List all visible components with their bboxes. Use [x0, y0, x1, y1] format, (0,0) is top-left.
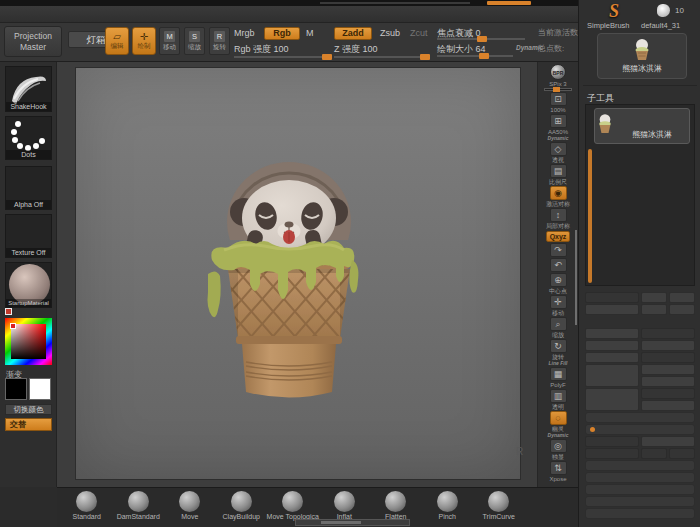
bottom-partial-slider[interactable] [295, 519, 410, 526]
merge-similar-button[interactable] [641, 436, 695, 447]
rotate-mode-button[interactable]: R 旋转 [209, 27, 230, 55]
pan-view-button[interactable]: ✛ 移动 [538, 295, 578, 316]
ghost-button[interactable]: ◌ 幽灵 [538, 411, 578, 432]
zsub-button[interactable]: Zsub [380, 28, 400, 38]
secondary-color-swatch[interactable] [29, 378, 51, 400]
main-color-swatch[interactable] [5, 378, 27, 400]
brush-preset[interactable]: Move [164, 491, 216, 527]
draw-mode-button[interactable]: ✛ 绘制 [132, 27, 156, 55]
polyframe-button[interactable]: Line Fill ▦ PolyF [538, 361, 578, 388]
saturation-square[interactable] [11, 324, 46, 359]
brush-preset[interactable]: Pinch [422, 491, 474, 527]
shift-up-button[interactable] [641, 304, 667, 315]
mrgb-button[interactable]: Mrgb [234, 28, 255, 38]
duplicate-button[interactable] [585, 364, 639, 387]
qxyz-button[interactable]: Qxyz [538, 230, 578, 242]
color-picker[interactable] [5, 318, 52, 365]
actual-size-button[interactable]: ⊡ 100% [538, 92, 578, 113]
frame-center-button[interactable]: ⊕ 中心点 [538, 273, 578, 294]
alternate-button[interactable]: 交替 [5, 418, 52, 431]
boolean-section[interactable] [585, 460, 695, 471]
current-stroke-thumb[interactable]: Dots [5, 116, 52, 160]
split-section[interactable] [585, 412, 695, 423]
sculpt-canvas[interactable]: R [57, 62, 537, 487]
current-brush-thumb[interactable]: SnakeHook [5, 66, 52, 112]
auto-reorder-button[interactable] [641, 328, 695, 339]
zoom-view-button[interactable]: ⌕ 缩放 [538, 317, 578, 338]
brush-preset[interactable]: Standard [61, 491, 113, 527]
merge-down-button[interactable] [585, 436, 639, 447]
xpose-button[interactable]: ⇅ Xpose [538, 461, 578, 482]
rgb-button[interactable]: Rgb [264, 27, 300, 40]
move-mode-button[interactable]: M 移动 [159, 27, 180, 55]
scale-ruler-button[interactable]: ▤ 比例尺 [538, 164, 578, 185]
projection-master-button[interactable]: Projection Master [4, 26, 62, 57]
local-symmetry-button[interactable]: ↕ 局部对称 [538, 208, 578, 229]
extract-section[interactable] [585, 496, 695, 507]
spix-slider[interactable]: SPix 3 [538, 81, 578, 91]
rotate-view-button[interactable]: ↻ 旋转 [538, 339, 578, 360]
solo-button[interactable]: Dynamic ◎ 独显 [538, 433, 578, 460]
highest-subdiv-button[interactable] [641, 340, 695, 351]
m-button[interactable]: M [306, 28, 314, 38]
bpr-render-button[interactable]: BPR [538, 64, 578, 80]
merge-visible-button[interactable] [585, 448, 639, 459]
subtool-row-selected[interactable]: 熊猫冰淇淋 [594, 108, 690, 144]
history-back-icon[interactable]: ↶ [538, 258, 578, 272]
geometry-section[interactable] [585, 508, 695, 519]
current-alpha-thumb[interactable]: Alpha Off [5, 166, 52, 210]
brush-preset[interactable]: TrimCurve [473, 491, 525, 527]
paste-subtool-button[interactable] [641, 352, 695, 363]
copy-subtool-button[interactable] [585, 352, 639, 363]
scale-mode-button[interactable]: S 缩放 [184, 27, 205, 55]
subtool-down-button[interactable] [669, 292, 695, 303]
tool-blob-icon[interactable] [657, 4, 670, 17]
history-forward-icon[interactable]: ↷ [538, 243, 578, 257]
shift-down-button[interactable] [669, 304, 695, 315]
rgb-intensity-handle[interactable] [322, 54, 332, 60]
current-material-thumb[interactable]: StartupMaterial [5, 262, 52, 308]
remesh-section[interactable] [585, 472, 695, 483]
edit-mode-button[interactable]: ▱ 编辑 [105, 27, 129, 55]
aa-half-button[interactable]: ⊞ AA50% [538, 114, 578, 135]
weld-button[interactable] [641, 448, 667, 459]
draw-size-slider[interactable] [437, 55, 513, 57]
lowest-subdiv-button[interactable] [585, 340, 639, 351]
transparency-button[interactable]: ▥ 透明 [538, 389, 578, 410]
z-intensity-slider[interactable] [334, 56, 430, 58]
rgb-intensity-slider-label[interactable]: Rgb 强度 100 [234, 43, 289, 56]
focal-shift-slider[interactable] [437, 38, 525, 40]
zcut-button[interactable]: Zcut [410, 28, 428, 38]
append-button[interactable] [641, 364, 695, 375]
document-area[interactable]: R [75, 67, 521, 480]
current-brush-name[interactable]: SimpleBrush [587, 21, 630, 30]
zadd-button[interactable]: Zadd [334, 27, 372, 40]
rgb-intensity-slider[interactable] [234, 56, 332, 58]
focal-shift-handle[interactable] [477, 36, 487, 42]
insert-button[interactable] [641, 376, 695, 387]
draw-size-handle[interactable] [479, 53, 489, 59]
shelf-slider-track[interactable] [544, 88, 572, 91]
activate-symmetry-button[interactable]: ◉ 激活对称 [538, 186, 578, 207]
subtool-scrollbar[interactable] [588, 149, 592, 283]
shelf-scrollbar[interactable] [575, 230, 577, 325]
auto-collapse-button[interactable] [585, 304, 639, 315]
brush-preset[interactable]: DamStandard [113, 491, 165, 527]
delete-button[interactable] [585, 388, 639, 411]
subtool-up-button[interactable] [641, 292, 667, 303]
delete-all-button[interactable] [641, 400, 695, 411]
project-section[interactable] [585, 484, 695, 495]
switch-color-button[interactable]: 切换颜色 [5, 404, 52, 415]
z-intensity-slider-label[interactable]: Z 强度 100 [334, 43, 378, 56]
perspective-button[interactable]: Dynamic ◇ 透视 [538, 136, 578, 163]
merge-section[interactable] [585, 424, 695, 435]
brush-preset[interactable]: ClayBuildup [216, 491, 268, 527]
model-panda-ice-cream[interactable] [204, 158, 364, 403]
current-tool-button[interactable]: 熊猫冰淇淋 [597, 33, 687, 79]
rename-button[interactable] [585, 328, 639, 339]
list-all-button[interactable] [585, 292, 639, 303]
z-intensity-handle[interactable] [420, 54, 430, 60]
delete-other-button[interactable] [641, 388, 695, 399]
current-texture-thumb[interactable]: Texture Off [5, 214, 52, 258]
uv-button[interactable] [669, 448, 695, 459]
